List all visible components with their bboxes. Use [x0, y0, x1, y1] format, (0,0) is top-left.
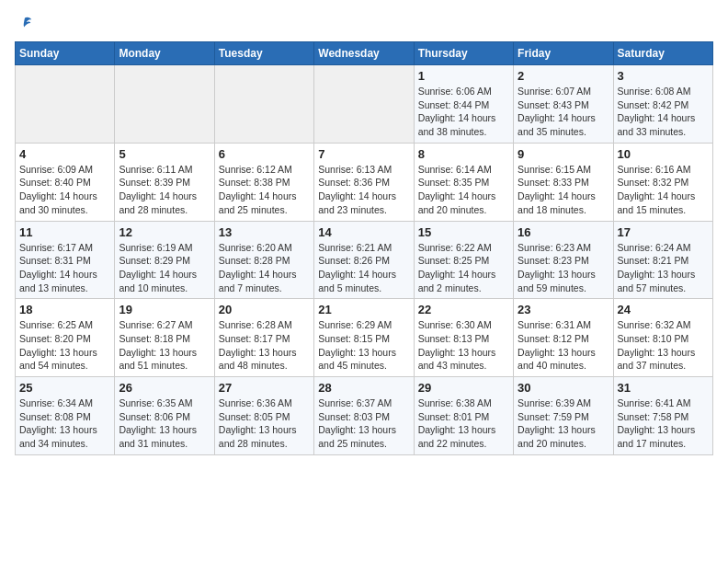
day-detail: Sunrise: 6:29 AM Sunset: 8:15 PM Dayligh… — [318, 318, 409, 373]
day-number: 30 — [518, 381, 609, 395]
calendar-cell: 20Sunrise: 6:28 AM Sunset: 8:17 PM Dayli… — [214, 299, 313, 377]
calendar-cell: 1Sunrise: 6:06 AM Sunset: 8:44 PM Daylig… — [414, 65, 513, 144]
day-number: 10 — [618, 147, 709, 161]
calendar-cell: 31Sunrise: 6:41 AM Sunset: 7:58 PM Dayli… — [613, 377, 712, 455]
day-number: 4 — [19, 147, 110, 161]
day-number: 19 — [119, 303, 210, 316]
calendar-cell — [115, 65, 214, 144]
day-number: 17 — [618, 225, 709, 239]
calendar-cell: 10Sunrise: 6:16 AM Sunset: 8:32 PM Dayli… — [613, 143, 712, 221]
calendar-week-row: 25Sunrise: 6:34 AM Sunset: 8:08 PM Dayli… — [16, 377, 713, 455]
calendar-cell: 9Sunrise: 6:15 AM Sunset: 8:33 PM Daylig… — [514, 143, 613, 221]
day-detail: Sunrise: 6:20 AM Sunset: 8:28 PM Dayligh… — [219, 241, 310, 295]
calendar-week-row: 4Sunrise: 6:09 AM Sunset: 8:40 PM Daylig… — [16, 143, 713, 221]
day-detail: Sunrise: 6:35 AM Sunset: 8:06 PM Dayligh… — [119, 396, 210, 451]
calendar-cell: 8Sunrise: 6:14 AM Sunset: 8:35 PM Daylig… — [414, 143, 513, 221]
day-detail: Sunrise: 6:28 AM Sunset: 8:17 PM Dayligh… — [219, 318, 310, 373]
day-detail: Sunrise: 6:14 AM Sunset: 8:35 PM Dayligh… — [418, 163, 509, 217]
calendar-table: SundayMondayTuesdayWednesdayThursdayFrid… — [15, 41, 713, 455]
calendar-cell: 6Sunrise: 6:12 AM Sunset: 8:38 PM Daylig… — [214, 143, 313, 221]
day-number: 12 — [119, 225, 210, 239]
day-detail: Sunrise: 6:24 AM Sunset: 8:21 PM Dayligh… — [618, 241, 709, 295]
day-detail: Sunrise: 6:08 AM Sunset: 8:42 PM Dayligh… — [618, 85, 709, 139]
calendar-cell: 21Sunrise: 6:29 AM Sunset: 8:15 PM Dayli… — [314, 299, 414, 377]
day-detail: Sunrise: 6:06 AM Sunset: 8:44 PM Dayligh… — [418, 85, 509, 139]
day-number: 14 — [318, 225, 409, 239]
calendar-cell: 4Sunrise: 6:09 AM Sunset: 8:40 PM Daylig… — [16, 143, 115, 221]
day-detail: Sunrise: 6:21 AM Sunset: 8:26 PM Dayligh… — [318, 241, 409, 295]
calendar-week-row: 1Sunrise: 6:06 AM Sunset: 8:44 PM Daylig… — [16, 65, 713, 144]
day-number: 18 — [19, 303, 110, 316]
day-detail: Sunrise: 6:19 AM Sunset: 8:29 PM Dayligh… — [119, 241, 210, 295]
day-detail: Sunrise: 6:11 AM Sunset: 8:39 PM Dayligh… — [119, 163, 210, 217]
day-number: 28 — [318, 381, 409, 395]
day-detail: Sunrise: 6:39 AM Sunset: 7:59 PM Dayligh… — [518, 396, 609, 451]
day-detail: Sunrise: 6:32 AM Sunset: 8:10 PM Dayligh… — [618, 318, 709, 373]
day-number: 22 — [418, 303, 509, 316]
calendar-week-row: 18Sunrise: 6:25 AM Sunset: 8:20 PM Dayli… — [16, 299, 713, 377]
calendar-cell: 18Sunrise: 6:25 AM Sunset: 8:20 PM Dayli… — [16, 299, 115, 377]
day-detail: Sunrise: 6:16 AM Sunset: 8:32 PM Dayligh… — [618, 163, 709, 217]
calendar-cell: 12Sunrise: 6:19 AM Sunset: 8:29 PM Dayli… — [115, 221, 214, 299]
day-number: 23 — [518, 303, 609, 316]
calendar-cell: 15Sunrise: 6:22 AM Sunset: 8:25 PM Dayli… — [414, 221, 513, 299]
calendar-cell: 2Sunrise: 6:07 AM Sunset: 8:43 PM Daylig… — [514, 65, 613, 144]
day-detail: Sunrise: 6:23 AM Sunset: 8:23 PM Dayligh… — [518, 241, 609, 295]
logo — [15, 15, 33, 36]
day-number: 2 — [518, 69, 609, 83]
day-number: 8 — [418, 147, 509, 161]
day-detail: Sunrise: 6:17 AM Sunset: 8:31 PM Dayligh… — [19, 241, 110, 295]
weekday-header-sunday: Sunday — [16, 42, 115, 65]
day-number: 13 — [219, 225, 310, 239]
calendar-cell: 11Sunrise: 6:17 AM Sunset: 8:31 PM Dayli… — [16, 221, 115, 299]
day-detail: Sunrise: 6:12 AM Sunset: 8:38 PM Dayligh… — [219, 163, 310, 217]
day-detail: Sunrise: 6:07 AM Sunset: 8:43 PM Dayligh… — [518, 85, 609, 139]
calendar-cell: 13Sunrise: 6:20 AM Sunset: 8:28 PM Dayli… — [214, 221, 313, 299]
calendar-cell: 28Sunrise: 6:37 AM Sunset: 8:03 PM Dayli… — [314, 377, 414, 455]
logo-bird-icon — [17, 15, 33, 31]
calendar-cell: 16Sunrise: 6:23 AM Sunset: 8:23 PM Dayli… — [514, 221, 613, 299]
calendar-cell: 7Sunrise: 6:13 AM Sunset: 8:36 PM Daylig… — [314, 143, 414, 221]
day-detail: Sunrise: 6:34 AM Sunset: 8:08 PM Dayligh… — [19, 396, 110, 451]
day-number: 31 — [618, 381, 709, 395]
day-detail: Sunrise: 6:36 AM Sunset: 8:05 PM Dayligh… — [219, 396, 310, 451]
day-number: 1 — [418, 69, 509, 83]
calendar-cell: 22Sunrise: 6:30 AM Sunset: 8:13 PM Dayli… — [414, 299, 513, 377]
day-detail: Sunrise: 6:37 AM Sunset: 8:03 PM Dayligh… — [318, 396, 409, 451]
day-detail: Sunrise: 6:15 AM Sunset: 8:33 PM Dayligh… — [518, 163, 609, 217]
calendar-cell: 5Sunrise: 6:11 AM Sunset: 8:39 PM Daylig… — [115, 143, 214, 221]
day-detail: Sunrise: 6:09 AM Sunset: 8:40 PM Dayligh… — [19, 163, 110, 217]
calendar-cell — [214, 65, 313, 144]
calendar-cell: 24Sunrise: 6:32 AM Sunset: 8:10 PM Dayli… — [613, 299, 712, 377]
day-number: 3 — [618, 69, 709, 83]
calendar-header-row: SundayMondayTuesdayWednesdayThursdayFrid… — [16, 42, 713, 65]
page-header — [15, 15, 713, 36]
day-number: 25 — [19, 381, 110, 395]
calendar-cell: 14Sunrise: 6:21 AM Sunset: 8:26 PM Dayli… — [314, 221, 414, 299]
day-detail: Sunrise: 6:30 AM Sunset: 8:13 PM Dayligh… — [418, 318, 509, 373]
day-number: 29 — [418, 381, 509, 395]
calendar-cell: 27Sunrise: 6:36 AM Sunset: 8:05 PM Dayli… — [214, 377, 313, 455]
day-number: 21 — [318, 303, 409, 316]
day-number: 20 — [219, 303, 310, 316]
calendar-week-row: 11Sunrise: 6:17 AM Sunset: 8:31 PM Dayli… — [16, 221, 713, 299]
calendar-cell: 26Sunrise: 6:35 AM Sunset: 8:06 PM Dayli… — [115, 377, 214, 455]
day-detail: Sunrise: 6:22 AM Sunset: 8:25 PM Dayligh… — [418, 241, 509, 295]
calendar-cell: 23Sunrise: 6:31 AM Sunset: 8:12 PM Dayli… — [514, 299, 613, 377]
day-number: 5 — [119, 147, 210, 161]
calendar-cell: 29Sunrise: 6:38 AM Sunset: 8:01 PM Dayli… — [414, 377, 513, 455]
weekday-header-wednesday: Wednesday — [314, 42, 414, 65]
weekday-header-thursday: Thursday — [414, 42, 513, 65]
day-number: 11 — [19, 225, 110, 239]
calendar-cell: 25Sunrise: 6:34 AM Sunset: 8:08 PM Dayli… — [16, 377, 115, 455]
day-number: 27 — [219, 381, 310, 395]
calendar-cell: 17Sunrise: 6:24 AM Sunset: 8:21 PM Dayli… — [613, 221, 712, 299]
weekday-header-friday: Friday — [514, 42, 613, 65]
day-number: 6 — [219, 147, 310, 161]
calendar-cell: 19Sunrise: 6:27 AM Sunset: 8:18 PM Dayli… — [115, 299, 214, 377]
day-number: 16 — [518, 225, 609, 239]
calendar-cell: 30Sunrise: 6:39 AM Sunset: 7:59 PM Dayli… — [514, 377, 613, 455]
day-number: 15 — [418, 225, 509, 239]
day-number: 9 — [518, 147, 609, 161]
weekday-header-tuesday: Tuesday — [214, 42, 313, 65]
